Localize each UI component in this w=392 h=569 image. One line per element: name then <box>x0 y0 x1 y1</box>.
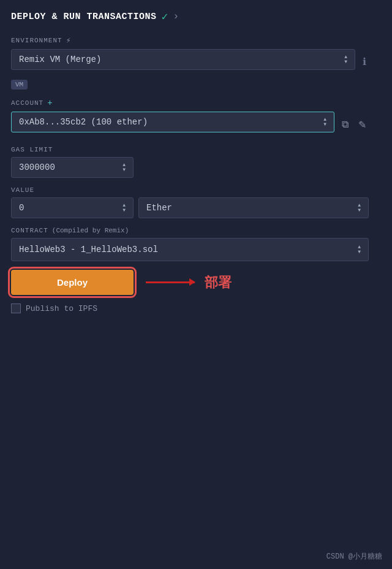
gas-limit-spinner[interactable]: ▲ ▼ <box>123 162 126 172</box>
ether-spinner[interactable]: ▲ ▼ <box>358 203 361 213</box>
value-row: 0 ▲ ▼ Ether ▲ ▼ <box>11 197 369 218</box>
value-label: VALUE <box>11 186 369 194</box>
publish-label: Publish to IPFS <box>26 304 97 313</box>
panel-title: DEPLOY & RUN TRANSACTIONS <box>11 12 157 22</box>
account-row: 0xAb8...35cb2 (100 ether) ▲ ▼ ⧉ ✎ <box>11 112 369 137</box>
watermark: CSDN @小月糖糖 <box>326 551 382 562</box>
plug-icon: ⚡ <box>66 36 72 45</box>
deploy-annotation-arrow: 部署 <box>146 273 232 292</box>
environment-select[interactable]: Remix VM (Merge) ▲ ▼ <box>11 49 355 70</box>
publish-row: Publish to IPFS <box>11 304 369 313</box>
contract-label: CONTRACT (Compiled by Remix) <box>11 227 369 234</box>
ether-unit-select[interactable]: Ether ▲ ▼ <box>138 197 369 218</box>
add-account-icon[interactable]: + <box>47 98 53 108</box>
edit-account-button[interactable]: ✎ <box>356 116 369 133</box>
contract-spinner[interactable]: ▲ ▼ <box>358 245 361 254</box>
deploy-annotation-text: 部署 <box>205 273 232 292</box>
check-icon: ✓ <box>162 10 168 23</box>
gas-limit-input[interactable]: 3000000 ▲ ▼ <box>11 157 134 178</box>
arrow-line <box>146 281 195 283</box>
environment-info-icon[interactable]: ℹ <box>360 53 369 71</box>
vm-badge: VM <box>11 80 28 90</box>
panel-header: DEPLOY & RUN TRANSACTIONS ✓ › <box>11 10 369 23</box>
deploy-button[interactable]: Deploy <box>11 270 134 295</box>
publish-checkbox[interactable] <box>11 304 21 313</box>
account-spinner[interactable]: ▲ ▼ <box>323 117 326 127</box>
contract-select[interactable]: HelloWeb3 - 1_HelloWeb3.sol ▲ ▼ <box>11 238 369 261</box>
account-select[interactable]: 0xAb8...35cb2 (100 ether) ▲ ▼ <box>11 112 334 132</box>
value-spinner[interactable]: ▲ ▼ <box>123 203 126 213</box>
deploy-row: Deploy 部署 <box>11 270 369 295</box>
environment-spinner[interactable]: ▲ ▼ <box>344 55 347 64</box>
gas-limit-label: GAS LIMIT <box>11 146 369 153</box>
value-input[interactable]: 0 ▲ ▼ <box>11 197 134 218</box>
environment-label: ENVIRONMENT ⚡ <box>11 36 369 45</box>
environment-row: Remix VM (Merge) ▲ ▼ ℹ <box>11 49 369 75</box>
arrow-icon[interactable]: › <box>173 11 179 22</box>
copy-account-button[interactable]: ⧉ <box>339 116 351 132</box>
account-label: ACCOUNT + <box>11 98 369 108</box>
